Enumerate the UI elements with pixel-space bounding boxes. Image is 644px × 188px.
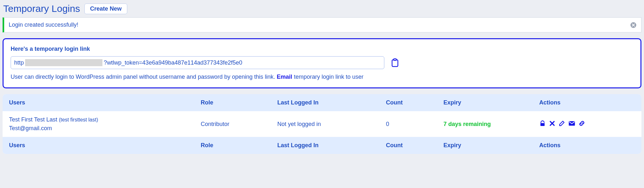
tf-users: Users [3,137,194,154]
copy-login-link-icon[interactable] [579,120,585,128]
email-link[interactable]: Email [277,74,292,80]
th-actions: Actions [533,94,641,111]
page-title: Temporary Logins [3,3,80,14]
link-description: User can directly login to WordPress adm… [11,74,633,80]
table-row: Test First Test Last (test firsttest las… [3,111,641,137]
table-header-row: Users Role Last Logged In Count Expiry A… [3,94,641,111]
link-url-redacted [25,59,102,66]
link-desc-suffix: temporary login link to user [292,74,363,80]
login-link-input[interactable]: http ?wtlwp_token=43e6a949ba487e114ad377… [11,56,384,69]
tf-role: Role [194,137,271,154]
link-desc-prefix: User can directly login to WordPress adm… [11,74,277,80]
email-login-icon[interactable] [568,120,575,128]
cell-user: Test First Test Last (test firsttest las… [3,111,194,137]
tf-last-logged-in: Last Logged In [271,137,380,154]
user-display-name: Test First Test Last [9,116,57,123]
link-panel-heading: Here's a temporary login link [11,46,633,52]
tf-count: Count [380,137,437,154]
cell-role: Contributor [194,111,271,137]
cell-last-logged-in: Not yet logged in [271,111,380,137]
success-notice: Login created successfully! [3,17,641,32]
tf-expiry: Expiry [437,137,533,154]
link-row: http ?wtlwp_token=43e6a949ba487e114ad377… [11,56,633,69]
notice-message: Login created successfully! [9,22,78,28]
users-table: Users Role Last Logged In Count Expiry A… [3,94,641,154]
link-url-suffix: ?wtlwp_token=43e6a949ba487e114ad377343fe… [104,59,242,66]
table-footer-row: Users Role Last Logged In Count Expiry A… [3,137,641,154]
cell-expiry: 7 days remaining [437,111,533,137]
svg-rect-3 [540,123,544,126]
th-users: Users [3,94,194,111]
th-expiry: Expiry [437,94,533,111]
page-header: Temporary Logins Create New [3,2,641,17]
link-url-prefix: http [14,59,24,66]
user-username: (test firsttest last) [59,117,98,122]
cell-actions [533,111,641,137]
th-role: Role [194,94,271,111]
tf-actions: Actions [533,137,641,154]
cell-count: 0 [380,111,437,137]
th-last-logged-in: Last Logged In [271,94,380,111]
user-email: Test@gmail.com [9,125,188,132]
delete-login-icon[interactable] [549,120,555,128]
create-new-button[interactable]: Create New [84,4,127,14]
disable-login-icon[interactable] [539,120,546,128]
th-count: Count [380,94,437,111]
svg-rect-2 [394,59,396,60]
login-link-panel: Here's a temporary login link http ?wtlw… [3,38,641,88]
edit-login-icon[interactable] [559,120,565,128]
copy-link-icon[interactable] [391,58,399,67]
dismiss-notice-icon[interactable] [630,22,637,28]
